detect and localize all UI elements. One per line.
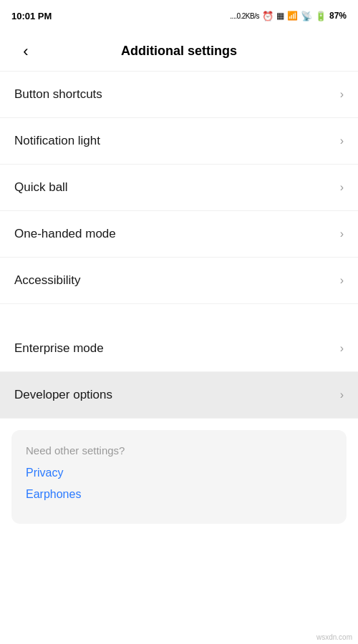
settings-item-accessibility[interactable]: Accessibility › bbox=[0, 258, 358, 304]
chevron-icon: › bbox=[340, 342, 344, 355]
settings-item-enterprise-mode[interactable]: Enterprise mode › bbox=[0, 326, 358, 372]
wifi-icon: 📡 bbox=[301, 11, 312, 21]
top-bar: ‹ Additional settings bbox=[0, 31, 358, 72]
settings-label-one-handed-mode: One-handed mode bbox=[14, 227, 116, 241]
settings-label-enterprise-mode: Enterprise mode bbox=[14, 341, 104, 356]
chevron-icon: › bbox=[340, 181, 344, 194]
settings-item-notification-light[interactable]: Notification light › bbox=[0, 118, 358, 165]
privacy-link[interactable]: Privacy bbox=[26, 467, 332, 479]
settings-item-button-shortcuts[interactable]: Button shortcuts › bbox=[0, 72, 358, 118]
battery-level: 87% bbox=[329, 11, 347, 21]
bottom-card: Need other settings? Privacy Earphones bbox=[11, 430, 347, 524]
chevron-icon: › bbox=[340, 389, 344, 401]
network-speed: ....0.2KB/s bbox=[230, 12, 259, 20]
alarm-icon: ⏰ bbox=[262, 11, 274, 21]
settings-item-one-handed-mode[interactable]: One-handed mode › bbox=[0, 211, 358, 258]
settings-label-developer-options: Developer options bbox=[14, 388, 112, 402]
sim-icon: ▦ bbox=[276, 11, 284, 21]
chevron-icon: › bbox=[340, 88, 344, 101]
signal-icon: 📶 bbox=[287, 11, 298, 21]
earphones-link[interactable]: Earphones bbox=[26, 488, 332, 501]
status-bar: 10:01 PM ....0.2KB/s ⏰ ▦ 📶 📡 🔋 87% bbox=[0, 0, 358, 31]
settings-label-accessibility: Accessibility bbox=[14, 273, 81, 288]
chevron-icon: › bbox=[340, 228, 344, 240]
settings-item-quick-ball[interactable]: Quick ball › bbox=[0, 165, 358, 211]
settings-label-quick-ball: Quick ball bbox=[14, 180, 68, 195]
settings-item-developer-options[interactable]: Developer options › bbox=[0, 372, 358, 419]
back-button[interactable]: ‹ bbox=[11, 37, 40, 66]
battery-icon: 🔋 bbox=[315, 11, 326, 21]
chevron-icon: › bbox=[340, 135, 344, 147]
settings-group-1: Button shortcuts › Notification light › … bbox=[0, 72, 358, 304]
back-icon: ‹ bbox=[23, 42, 28, 61]
settings-group-2: Enterprise mode › Developer options › bbox=[0, 326, 358, 419]
status-right: ....0.2KB/s ⏰ ▦ 📶 📡 🔋 87% bbox=[230, 11, 347, 21]
chevron-icon: › bbox=[340, 274, 344, 287]
watermark: wsxdn.com bbox=[316, 633, 352, 641]
bottom-card-title: Need other settings? bbox=[26, 444, 332, 457]
status-time: 10:01 PM bbox=[11, 11, 52, 21]
group-divider bbox=[0, 304, 358, 326]
page-title: Additional settings bbox=[40, 44, 318, 59]
settings-label-notification-light: Notification light bbox=[14, 134, 100, 148]
settings-label-button-shortcuts: Button shortcuts bbox=[14, 87, 102, 102]
